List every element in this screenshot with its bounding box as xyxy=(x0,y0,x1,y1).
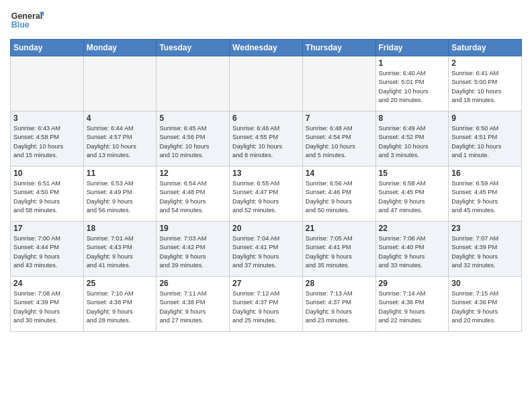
day-cell: 24Sunrise: 7:08 AMSunset: 4:39 PMDayligh… xyxy=(11,277,84,332)
day-number: 30 xyxy=(451,279,519,288)
day-info: Sunrise: 6:59 AMSunset: 4:45 PMDaylight:… xyxy=(451,179,519,215)
day-number: 26 xyxy=(159,279,226,288)
day-cell: 19Sunrise: 7:03 AMSunset: 4:42 PMDayligh… xyxy=(157,222,230,277)
day-info: Sunrise: 6:40 AMSunset: 5:01 PMDaylight:… xyxy=(379,69,446,105)
day-info: Sunrise: 6:45 AMSunset: 4:56 PMDaylight:… xyxy=(159,124,226,160)
day-info: Sunrise: 6:51 AMSunset: 4:50 PMDaylight:… xyxy=(13,179,81,215)
day-info: Sunrise: 7:08 AMSunset: 4:39 PMDaylight:… xyxy=(13,289,81,325)
day-info: Sunrise: 6:53 AMSunset: 4:49 PMDaylight:… xyxy=(87,179,154,215)
week-row-3: 17Sunrise: 7:00 AMSunset: 4:44 PMDayligh… xyxy=(11,222,522,277)
svg-text:Blue: Blue xyxy=(11,20,30,30)
day-number: 5 xyxy=(159,113,226,123)
header-cell-thursday: Thursday xyxy=(302,40,375,56)
header-row: SundayMondayTuesdayWednesdayThursdayFrid… xyxy=(11,40,522,56)
header-cell-saturday: Saturday xyxy=(449,40,522,56)
day-info: Sunrise: 6:46 AMSunset: 4:55 PMDaylight:… xyxy=(232,124,300,160)
day-cell: 16Sunrise: 6:59 AMSunset: 4:45 PMDayligh… xyxy=(449,167,522,222)
day-cell: 26Sunrise: 7:11 AMSunset: 4:38 PMDayligh… xyxy=(157,277,230,332)
day-number: 14 xyxy=(306,169,373,178)
day-cell: 13Sunrise: 6:55 AMSunset: 4:47 PMDayligh… xyxy=(230,167,303,222)
day-number: 2 xyxy=(451,58,519,68)
day-cell: 18Sunrise: 7:01 AMSunset: 4:43 PMDayligh… xyxy=(83,222,157,277)
day-number: 16 xyxy=(451,169,519,178)
day-info: Sunrise: 7:00 AMSunset: 4:44 PMDaylight:… xyxy=(13,234,81,270)
day-cell: 20Sunrise: 7:04 AMSunset: 4:41 PMDayligh… xyxy=(230,222,303,277)
day-number: 22 xyxy=(379,224,446,233)
day-cell: 4Sunrise: 6:44 AMSunset: 4:57 PMDaylight… xyxy=(83,111,157,167)
day-number: 7 xyxy=(306,113,373,123)
day-info: Sunrise: 7:07 AMSunset: 4:39 PMDaylight:… xyxy=(451,234,519,270)
day-number: 25 xyxy=(87,279,154,288)
day-info: Sunrise: 6:58 AMSunset: 4:45 PMDaylight:… xyxy=(379,179,446,215)
header-cell-sunday: Sunday xyxy=(11,40,84,56)
day-info: Sunrise: 6:55 AMSunset: 4:47 PMDaylight:… xyxy=(232,179,300,215)
day-cell xyxy=(157,56,230,111)
day-number: 6 xyxy=(232,113,300,123)
day-number: 13 xyxy=(232,169,300,178)
day-number: 3 xyxy=(13,113,81,123)
day-info: Sunrise: 6:49 AMSunset: 4:52 PMDaylight:… xyxy=(379,124,446,160)
header-cell-tuesday: Tuesday xyxy=(157,40,230,56)
week-row-2: 10Sunrise: 6:51 AMSunset: 4:50 PMDayligh… xyxy=(11,167,522,222)
day-info: Sunrise: 7:01 AMSunset: 4:43 PMDaylight:… xyxy=(87,234,154,270)
day-number: 23 xyxy=(451,224,519,233)
day-info: Sunrise: 6:43 AMSunset: 4:58 PMDaylight:… xyxy=(13,124,81,160)
day-cell: 17Sunrise: 7:00 AMSunset: 4:44 PMDayligh… xyxy=(11,222,84,277)
day-cell: 9Sunrise: 6:50 AMSunset: 4:51 PMDaylight… xyxy=(449,111,522,167)
day-info: Sunrise: 7:05 AMSunset: 4:41 PMDaylight:… xyxy=(306,234,373,270)
day-info: Sunrise: 6:48 AMSunset: 4:54 PMDaylight:… xyxy=(306,124,373,160)
day-number: 24 xyxy=(13,279,81,288)
day-cell: 6Sunrise: 6:46 AMSunset: 4:55 PMDaylight… xyxy=(230,111,303,167)
header: General Blue xyxy=(10,7,522,34)
day-cell: 27Sunrise: 7:12 AMSunset: 4:37 PMDayligh… xyxy=(230,277,303,332)
day-cell: 21Sunrise: 7:05 AMSunset: 4:41 PMDayligh… xyxy=(302,222,375,277)
day-cell: 2Sunrise: 6:41 AMSunset: 5:00 PMDaylight… xyxy=(449,56,522,111)
day-cell: 3Sunrise: 6:43 AMSunset: 4:58 PMDaylight… xyxy=(11,111,84,167)
day-cell: 5Sunrise: 6:45 AMSunset: 4:56 PMDaylight… xyxy=(157,111,230,167)
day-info: Sunrise: 7:11 AMSunset: 4:38 PMDaylight:… xyxy=(159,289,226,325)
week-row-0: 1Sunrise: 6:40 AMSunset: 5:01 PMDaylight… xyxy=(11,56,522,111)
logo: General Blue xyxy=(10,7,44,34)
day-info: Sunrise: 6:54 AMSunset: 4:48 PMDaylight:… xyxy=(159,179,226,215)
day-cell: 29Sunrise: 7:14 AMSunset: 4:36 PMDayligh… xyxy=(375,277,449,332)
header-cell-monday: Monday xyxy=(83,40,157,56)
header-cell-wednesday: Wednesday xyxy=(230,40,303,56)
day-number: 17 xyxy=(13,224,81,233)
day-info: Sunrise: 7:03 AMSunset: 4:42 PMDaylight:… xyxy=(159,234,226,270)
day-number: 4 xyxy=(87,113,154,123)
day-info: Sunrise: 7:15 AMSunset: 4:36 PMDaylight:… xyxy=(451,289,519,325)
day-cell: 8Sunrise: 6:49 AMSunset: 4:52 PMDaylight… xyxy=(375,111,449,167)
day-info: Sunrise: 7:14 AMSunset: 4:36 PMDaylight:… xyxy=(379,289,446,325)
day-cell: 7Sunrise: 6:48 AMSunset: 4:54 PMDaylight… xyxy=(302,111,375,167)
day-cell: 30Sunrise: 7:15 AMSunset: 4:36 PMDayligh… xyxy=(449,277,522,332)
day-info: Sunrise: 6:41 AMSunset: 5:00 PMDaylight:… xyxy=(451,69,519,105)
day-number: 10 xyxy=(13,169,81,178)
day-number: 11 xyxy=(87,169,154,178)
day-cell: 15Sunrise: 6:58 AMSunset: 4:45 PMDayligh… xyxy=(375,167,449,222)
day-number: 8 xyxy=(379,113,446,123)
day-info: Sunrise: 7:12 AMSunset: 4:37 PMDaylight:… xyxy=(232,289,300,325)
day-info: Sunrise: 6:44 AMSunset: 4:57 PMDaylight:… xyxy=(87,124,154,160)
day-number: 20 xyxy=(232,224,300,233)
day-cell: 14Sunrise: 6:56 AMSunset: 4:46 PMDayligh… xyxy=(302,167,375,222)
day-cell: 10Sunrise: 6:51 AMSunset: 4:50 PMDayligh… xyxy=(11,167,84,222)
day-number: 21 xyxy=(306,224,373,233)
day-number: 19 xyxy=(159,224,226,233)
day-number: 27 xyxy=(232,279,300,288)
day-info: Sunrise: 7:13 AMSunset: 4:37 PMDaylight:… xyxy=(306,289,373,325)
day-cell xyxy=(230,56,303,111)
day-cell: 1Sunrise: 6:40 AMSunset: 5:01 PMDaylight… xyxy=(375,56,449,111)
calendar-table: SundayMondayTuesdayWednesdayThursdayFrid… xyxy=(10,39,522,332)
day-info: Sunrise: 7:04 AMSunset: 4:41 PMDaylight:… xyxy=(232,234,300,270)
day-cell: 22Sunrise: 7:06 AMSunset: 4:40 PMDayligh… xyxy=(375,222,449,277)
day-cell: 23Sunrise: 7:07 AMSunset: 4:39 PMDayligh… xyxy=(449,222,522,277)
day-number: 18 xyxy=(87,224,154,233)
day-cell xyxy=(11,56,84,111)
day-cell: 28Sunrise: 7:13 AMSunset: 4:37 PMDayligh… xyxy=(302,277,375,332)
day-number: 12 xyxy=(159,169,226,178)
day-cell: 11Sunrise: 6:53 AMSunset: 4:49 PMDayligh… xyxy=(83,167,157,222)
day-info: Sunrise: 7:06 AMSunset: 4:40 PMDaylight:… xyxy=(379,234,446,270)
week-row-1: 3Sunrise: 6:43 AMSunset: 4:58 PMDaylight… xyxy=(11,111,522,167)
header-cell-friday: Friday xyxy=(375,40,449,56)
day-info: Sunrise: 7:10 AMSunset: 4:38 PMDaylight:… xyxy=(87,289,154,325)
